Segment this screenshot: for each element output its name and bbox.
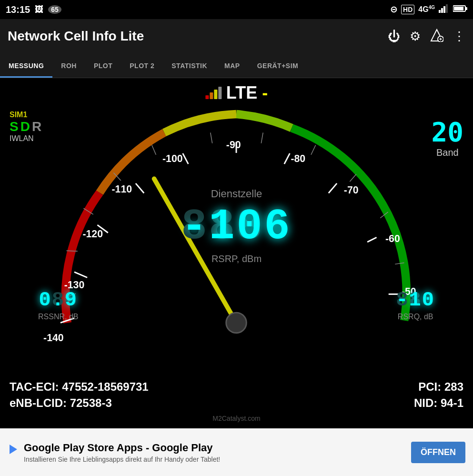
svg-line-22 xyxy=(67,251,78,251)
sdr-label: S xyxy=(10,119,19,134)
rssnr-unit: RSSNR, dB xyxy=(38,313,78,321)
tab-plot[interactable]: PLOT xyxy=(85,53,121,78)
svg-line-14 xyxy=(136,183,144,193)
notification-badge: 65 xyxy=(48,5,61,14)
svg-rect-3 xyxy=(446,4,448,13)
sim-info: SIM1 S D R IWLAN xyxy=(10,111,41,143)
ad-title: Google Play Store Apps - Google Play xyxy=(24,442,220,454)
tac-eci: TAC-ECI: 47552-18569731 xyxy=(10,380,149,394)
rsrp-display: Dienstzelle 888 -106 RSRP, dBm xyxy=(181,188,292,264)
play-store-icon xyxy=(8,444,19,458)
rssnr-value: 0.9 xyxy=(39,289,78,312)
dienstzelle-label: Dienstzelle xyxy=(181,188,292,200)
tab-bar: MESSUNG ROH PLOT PLOT 2 STATISTIK MAP GE… xyxy=(0,53,473,78)
svg-line-28 xyxy=(311,145,316,154)
4g-icon: 4G4G xyxy=(418,5,435,14)
network-type-label: LTE xyxy=(226,83,257,103)
tab-plot2[interactable]: PLOT 2 xyxy=(121,53,163,78)
svg-text:-70: -70 xyxy=(344,184,359,196)
d-label: D xyxy=(20,119,30,134)
cell-info: TAC-ECI: 47552-18569731 PCI: 283 eNB-LCI… xyxy=(0,374,473,428)
status-bar: 13:15 🖼 65 ⊝ HD 4G4G xyxy=(0,0,473,19)
camera-icon: 🖼 xyxy=(35,5,43,15)
band-label: Band xyxy=(432,147,463,158)
svg-text:-80: -80 xyxy=(291,153,305,164)
more-icon[interactable]: ⋮ xyxy=(453,29,465,44)
svg-text:-120: -120 xyxy=(82,228,103,240)
svg-line-25 xyxy=(152,145,156,154)
svg-text:-100: -100 xyxy=(162,153,183,164)
sim-label: SIM1 xyxy=(10,111,41,119)
tab-geraetsim[interactable]: GERÄT+SIM xyxy=(249,53,307,78)
ad-texts: Google Play Store Apps - Google Play Ins… xyxy=(24,442,220,463)
svg-line-29 xyxy=(350,174,356,182)
rsrp-value: -106 xyxy=(181,203,292,251)
app-title: Network Cell Info Lite xyxy=(8,29,144,44)
svg-point-43 xyxy=(226,313,247,333)
tab-roh[interactable]: ROH xyxy=(52,53,85,78)
ad-open-button[interactable]: ÖFFNEN xyxy=(411,442,465,463)
svg-text:-140: -140 xyxy=(43,332,64,344)
rsrq-display: 888 -10 RSRQ, dB xyxy=(396,289,435,321)
svg-rect-2 xyxy=(443,6,445,13)
rssnr-display: 888 0.9 RSSNR, dB xyxy=(38,289,78,321)
svg-line-18 xyxy=(329,183,337,193)
svg-marker-44 xyxy=(10,445,17,454)
svg-rect-6 xyxy=(454,7,463,10)
svg-line-15 xyxy=(183,153,189,164)
hd-icon: HD xyxy=(401,5,414,14)
rsrq-value: -10 xyxy=(396,289,435,312)
status-time: 13:15 xyxy=(6,4,30,15)
cell-row-1: TAC-ECI: 47552-18569731 PCI: 283 xyxy=(10,380,463,394)
band-number: 20 xyxy=(432,116,463,147)
gauge-area: -140 -130 -120 -110 -100 -90 -80 -70 -60… xyxy=(0,78,473,374)
svg-line-12 xyxy=(74,272,87,278)
svg-text:-110: -110 xyxy=(111,183,132,195)
svg-line-27 xyxy=(261,132,263,143)
ad-subtitle: Installieren Sie Ihre Lieblingsapps dire… xyxy=(24,456,220,463)
signal-bars-icon xyxy=(205,87,221,99)
cell-row-2: eNB-LCID: 72538-3 NID: 94-1 xyxy=(10,396,463,410)
power-icon[interactable]: ⏻ xyxy=(388,29,400,44)
svg-line-19 xyxy=(367,237,376,242)
tab-map[interactable]: MAP xyxy=(216,53,249,78)
svg-line-26 xyxy=(211,132,212,143)
signal-settings-icon[interactable] xyxy=(430,29,443,44)
tab-messung[interactable]: MESSUNG xyxy=(0,53,52,78)
svg-rect-5 xyxy=(465,7,467,10)
band-info: 20 Band xyxy=(432,116,463,158)
r-label: R xyxy=(32,119,41,134)
settings-icon[interactable]: ⚙ xyxy=(410,29,421,44)
svg-line-17 xyxy=(284,153,290,164)
app-bar: Network Cell Info Lite ⏻ ⚙ ⋮ xyxy=(0,19,473,53)
ad-left: Google Play Store Apps - Google Play Ins… xyxy=(8,442,220,463)
network-dash: - xyxy=(262,83,268,103)
signal-icon xyxy=(439,4,449,15)
svg-text:-90: -90 xyxy=(226,139,241,151)
rsrq-unit: RSRQ, dB xyxy=(396,313,435,321)
svg-text:-60: -60 xyxy=(385,233,400,244)
dnd-icon: ⊝ xyxy=(390,4,397,15)
watermark: M2Catalyst.com xyxy=(10,415,463,422)
svg-rect-1 xyxy=(441,8,443,13)
tab-statistik[interactable]: STATISTIK xyxy=(163,53,216,78)
nid: NID: 94-1 xyxy=(414,396,463,410)
enb-lcid: eNB-LCID: 72538-3 xyxy=(10,396,112,410)
svg-rect-0 xyxy=(439,10,441,13)
pci: PCI: 283 xyxy=(418,380,463,394)
ad-banner: Google Play Store Apps - Google Play Ins… xyxy=(0,428,473,476)
lte-header: LTE - xyxy=(205,83,268,103)
battery-icon xyxy=(453,5,467,14)
iwlan-label: IWLAN xyxy=(10,134,41,143)
rsrp-unit: RSRP, dBm xyxy=(181,253,292,264)
